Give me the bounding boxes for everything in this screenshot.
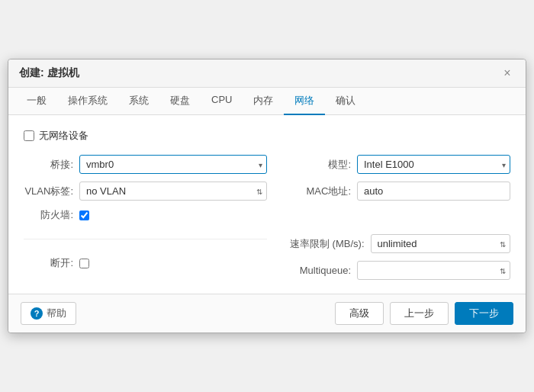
disconnect-checkbox[interactable] bbox=[79, 259, 89, 268]
vlan-label: VLAN标签: bbox=[24, 185, 73, 198]
next-button[interactable]: 下一步 bbox=[455, 302, 513, 325]
no-network-checkbox[interactable] bbox=[24, 130, 34, 141]
advanced-button[interactable]: 高级 bbox=[335, 302, 384, 325]
no-network-label[interactable]: 无网络设备 bbox=[24, 129, 88, 143]
model-label: 模型: bbox=[290, 158, 351, 172]
tab-general[interactable]: 一般 bbox=[16, 88, 57, 115]
tab-os[interactable]: 操作系统 bbox=[57, 88, 118, 115]
form-content: 无网络设备 桥接: vmbr0 ▾ VLAN标 bbox=[8, 115, 526, 294]
rate-row: 速率限制 (MB/s): unlimited ⇅ bbox=[290, 234, 510, 253]
model-select[interactable]: Intel E1000 VirtIO (paravirtualized) RTL… bbox=[357, 155, 510, 174]
multiqueue-select[interactable] bbox=[357, 261, 510, 280]
bridge-label: 桥接: bbox=[24, 158, 73, 172]
right-column: 模型: Intel E1000 VirtIO (paravirtualized)… bbox=[267, 155, 510, 280]
divider bbox=[24, 239, 267, 239]
no-network-row: 无网络设备 bbox=[24, 129, 510, 143]
firewall-checkbox[interactable] bbox=[79, 210, 89, 220]
mac-input[interactable] bbox=[357, 182, 510, 201]
tab-cpu[interactable]: CPU bbox=[201, 88, 243, 115]
mac-row: MAC地址: bbox=[290, 182, 510, 201]
form-grid: 桥接: vmbr0 ▾ VLAN标签: no VLAN bbox=[24, 155, 510, 280]
spacer bbox=[290, 208, 510, 227]
footer: ? 帮助 高级 上一步 下一步 bbox=[8, 294, 526, 333]
dialog-title: 创建: 虚拟机 bbox=[19, 66, 79, 80]
left-column: 桥接: vmbr0 ▾ VLAN标签: no VLAN bbox=[24, 155, 267, 280]
vlan-row: VLAN标签: no VLAN ⇅ bbox=[24, 182, 267, 201]
multiqueue-label: Multiqueue: bbox=[290, 265, 351, 276]
multiqueue-row: Multiqueue: ⇅ bbox=[290, 261, 510, 280]
rate-select-wrapper: unlimited ⇅ bbox=[371, 234, 511, 253]
model-row: 模型: Intel E1000 VirtIO (paravirtualized)… bbox=[290, 155, 510, 174]
vlan-select-wrapper: no VLAN ⇅ bbox=[79, 182, 267, 201]
multiqueue-select-wrapper: ⇅ bbox=[357, 261, 510, 280]
close-button[interactable]: × bbox=[500, 66, 515, 81]
rate-select[interactable]: unlimited bbox=[371, 234, 511, 253]
tab-disk[interactable]: 硬盘 bbox=[159, 88, 201, 115]
footer-actions: 高级 上一步 下一步 bbox=[335, 302, 513, 325]
firewall-label: 防火墙: bbox=[24, 208, 73, 222]
create-vm-dialog: 创建: 虚拟机 × 一般 操作系统 系统 硬盘 CPU 内存 网络 确认 无网络… bbox=[8, 59, 526, 333]
firewall-row: 防火墙: bbox=[24, 208, 267, 222]
titlebar: 创建: 虚拟机 × bbox=[8, 59, 526, 88]
vlan-select[interactable]: no VLAN bbox=[79, 182, 267, 201]
mac-label: MAC地址: bbox=[290, 185, 351, 198]
tab-confirm[interactable]: 确认 bbox=[325, 88, 366, 115]
disconnect-label: 断开: bbox=[24, 256, 73, 270]
rate-label: 速率限制 (MB/s): bbox=[290, 237, 365, 251]
tab-memory[interactable]: 内存 bbox=[243, 88, 284, 115]
tab-network[interactable]: 网络 bbox=[284, 88, 325, 115]
tab-system[interactable]: 系统 bbox=[118, 88, 159, 115]
bridge-select-wrapper: vmbr0 ▾ bbox=[79, 155, 267, 174]
help-button[interactable]: ? 帮助 bbox=[21, 302, 76, 325]
bridge-row: 桥接: vmbr0 ▾ bbox=[24, 155, 267, 174]
help-icon: ? bbox=[31, 307, 43, 320]
model-select-wrapper: Intel E1000 VirtIO (paravirtualized) RTL… bbox=[357, 155, 510, 174]
tab-bar: 一般 操作系统 系统 硬盘 CPU 内存 网络 确认 bbox=[8, 88, 526, 115]
bridge-select[interactable]: vmbr0 bbox=[79, 155, 267, 174]
back-button[interactable]: 上一步 bbox=[390, 302, 449, 325]
disconnect-row: 断开: bbox=[24, 256, 267, 270]
